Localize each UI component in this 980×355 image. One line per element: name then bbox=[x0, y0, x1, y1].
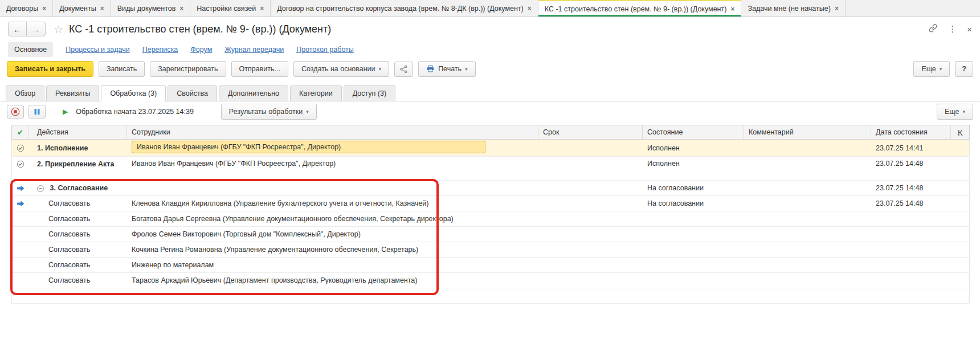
table-row-approval-group[interactable]: − 3. Согласование На согласовании 23.07.… bbox=[12, 181, 969, 196]
pause-icon bbox=[34, 108, 40, 115]
tab-requisites[interactable]: Реквизиты bbox=[46, 85, 99, 101]
table-row-approve-kochkina[interactable]: Согласовать Кочкина Регина Романовна (Уп… bbox=[12, 242, 969, 258]
table-row-approve-frolov[interactable]: Согласовать Фролов Семен Викторович (Тор… bbox=[12, 227, 969, 242]
tab-properties[interactable]: Свойства bbox=[168, 85, 217, 101]
col-k[interactable]: К bbox=[951, 125, 969, 139]
table-row-execution[interactable]: 1. Исполнение Иванов Иван Францевич (ФГБ… bbox=[12, 140, 969, 157]
nav-transfer-log[interactable]: Журнал передачи bbox=[224, 46, 284, 54]
state-date-cell[interactable]: 23.07.25 14:48 bbox=[871, 160, 951, 168]
completed-check-circle-icon bbox=[17, 160, 24, 169]
state-cell[interactable]: На согласовании bbox=[643, 199, 744, 207]
close-tab-icon[interactable]: × bbox=[100, 5, 104, 13]
tab-label: Задачи мне (не начатые) bbox=[748, 5, 830, 13]
create-based-on-button[interactable]: Создать на основании ▾ bbox=[293, 61, 389, 77]
action-cell[interactable]: − 3. Согласование bbox=[29, 184, 127, 192]
action-cell[interactable]: Согласовать bbox=[29, 261, 127, 269]
nav-work-protocol[interactable]: Протокол работы bbox=[296, 46, 354, 54]
employees-cell[interactable]: Кочкина Регина Романовна (Управление док… bbox=[127, 246, 538, 254]
processing-results-button[interactable]: Результаты обработки ▾ bbox=[221, 104, 317, 120]
window-tab-my-tasks[interactable]: Задачи мне (не начатые) × bbox=[741, 0, 845, 17]
col-state[interactable]: Состояние bbox=[643, 125, 744, 139]
window-tab-documents[interactable]: Документы × bbox=[53, 0, 111, 17]
employees-cell[interactable]: Иванов Иван Францевич (ФГБУ "ФКП Росреес… bbox=[127, 160, 538, 168]
printer-icon bbox=[426, 65, 435, 73]
forward-button[interactable]: → bbox=[27, 22, 45, 36]
share-button[interactable] bbox=[394, 62, 413, 77]
col-term[interactable]: Срок bbox=[538, 125, 643, 139]
process-more-button[interactable]: Еще ▾ bbox=[937, 104, 973, 120]
pause-process-button[interactable] bbox=[28, 105, 46, 119]
window-tab-doc-types[interactable]: Виды документов × bbox=[111, 0, 191, 17]
action-cell[interactable]: Согласовать bbox=[29, 230, 127, 238]
state-date-cell[interactable]: 23.07.25 14:41 bbox=[871, 144, 951, 152]
tab-label: Договоры bbox=[6, 5, 38, 13]
employees-cell[interactable]: Иванов Иван Францевич (ФГБУ "ФКП Росреес… bbox=[127, 141, 538, 155]
table-row-approve-engineer[interactable]: Согласовать Инженер по материалам bbox=[12, 258, 969, 273]
action-cell[interactable]: 2. Прикрепление Акта bbox=[29, 160, 127, 169]
more-button[interactable]: Еще ▾ bbox=[913, 61, 950, 77]
col-actions[interactable]: Действия bbox=[29, 125, 127, 139]
state-cell[interactable]: Исполнен bbox=[643, 160, 744, 168]
employees-cell[interactable]: Тарасов Аркадий Юрьевич (Департамент про… bbox=[127, 276, 538, 284]
window-tab-ks1-doc[interactable]: КС -1 строительство стен (врем. № 9- (вр… bbox=[538, 0, 742, 17]
tab-categories[interactable]: Категории bbox=[290, 85, 342, 101]
employees-cell[interactable]: Инженер по материалам bbox=[127, 261, 538, 269]
help-button[interactable]: ? bbox=[955, 61, 973, 77]
stop-process-button[interactable] bbox=[7, 105, 24, 119]
register-button[interactable]: Зарегистрировать bbox=[150, 61, 226, 77]
collapse-toggle-icon[interactable]: − bbox=[37, 185, 44, 192]
chevron-down-icon: ▾ bbox=[962, 109, 965, 115]
state-cell[interactable]: Исполнен bbox=[643, 144, 744, 152]
close-tab-icon[interactable]: × bbox=[260, 5, 264, 13]
col-comment[interactable]: Комментарий bbox=[744, 125, 871, 139]
nav-forum[interactable]: Форум bbox=[190, 46, 212, 54]
nav-correspondence[interactable]: Переписка bbox=[142, 46, 178, 54]
state-cell[interactable]: На согласовании bbox=[643, 184, 744, 192]
table-row-empty[interactable] bbox=[12, 288, 969, 304]
close-window-icon[interactable]: × bbox=[967, 25, 972, 34]
nav-main[interactable]: Основное bbox=[8, 42, 53, 57]
table-row-approve-tarasov[interactable]: Согласовать Тарасов Аркадий Юрьевич (Деп… bbox=[12, 273, 969, 288]
save-button[interactable]: Записать bbox=[99, 61, 145, 77]
kebab-menu-icon[interactable]: ⋮ bbox=[948, 24, 957, 34]
tab-access[interactable]: Доступ (3) bbox=[344, 85, 395, 101]
save-and-close-button[interactable]: Записать и закрыть bbox=[7, 61, 93, 77]
employees-cell[interactable]: Фролов Семен Викторович (Торговый дом "К… bbox=[127, 230, 538, 238]
window-tab-link-settings[interactable]: Настройки связей × bbox=[190, 0, 271, 17]
window-tab-contract-doc[interactable]: Договор на строительство корпуса завода … bbox=[271, 0, 538, 17]
action-cell[interactable]: 1. Исполнение bbox=[29, 144, 127, 152]
tab-overview[interactable]: Обзор bbox=[6, 85, 44, 101]
action-cell[interactable]: Согласовать bbox=[29, 199, 127, 207]
chevron-down-icon: ▾ bbox=[306, 109, 309, 115]
share-icon bbox=[399, 65, 408, 74]
window-tab-contracts[interactable]: Договоры × bbox=[0, 0, 53, 17]
tab-additional[interactable]: Дополнительно bbox=[219, 85, 288, 101]
close-tab-icon[interactable]: × bbox=[42, 5, 46, 13]
col-employees[interactable]: Сотрудники bbox=[127, 125, 538, 139]
employees-cell[interactable]: Богатова Дарья Сергеевна (Управление док… bbox=[127, 215, 538, 223]
favorite-star-icon[interactable]: ☆ bbox=[54, 23, 63, 36]
table-row-approve-bogatova[interactable]: Согласовать Богатова Дарья Сергеевна (Уп… bbox=[12, 211, 969, 227]
tab-label: Настройки связей bbox=[197, 5, 256, 13]
action-cell[interactable]: Согласовать bbox=[29, 215, 127, 223]
highlighted-employee-value: Иванов Иван Францевич (ФГБУ "ФКП Росреес… bbox=[132, 141, 485, 153]
close-tab-icon[interactable]: × bbox=[835, 5, 839, 13]
print-button[interactable]: Печать ▾ bbox=[418, 61, 475, 77]
state-date-cell[interactable]: 23.07.25 14:48 bbox=[871, 184, 951, 192]
send-button[interactable]: Отправить... bbox=[231, 61, 288, 77]
close-tab-icon[interactable]: × bbox=[179, 5, 183, 13]
close-tab-icon[interactable]: × bbox=[730, 5, 734, 13]
col-state-date[interactable]: Дата состояния bbox=[871, 125, 951, 139]
close-tab-icon[interactable]: × bbox=[528, 5, 532, 13]
table-row-attach-act[interactable]: 2. Прикрепление Акта Иванов Иван Францев… bbox=[12, 157, 969, 181]
action-cell[interactable]: Согласовать bbox=[29, 276, 127, 284]
employees-cell[interactable]: Кленова Клавдия Кирилловна (Управление б… bbox=[127, 199, 538, 207]
process-steps-table: ✔ Действия Сотрудники Срок Состояние Ком… bbox=[11, 125, 970, 304]
tab-processing[interactable]: Обработка (3) bbox=[101, 85, 166, 101]
state-date-cell[interactable]: 23.07.25 14:48 bbox=[871, 199, 951, 207]
nav-processes[interactable]: Процессы и задачи bbox=[66, 46, 129, 54]
action-cell[interactable]: Согласовать bbox=[29, 246, 127, 254]
back-button[interactable]: ← bbox=[9, 22, 27, 36]
link-icon[interactable] bbox=[928, 23, 938, 35]
table-row-approve-klenova[interactable]: Согласовать Кленова Клавдия Кирилловна (… bbox=[12, 196, 969, 211]
